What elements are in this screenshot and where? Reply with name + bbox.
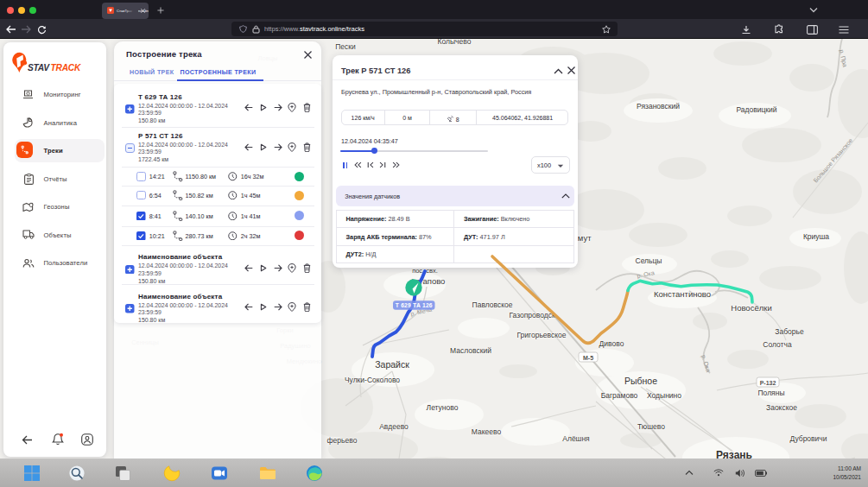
svg-text:Баграмово: Баграмово	[601, 391, 638, 400]
svg-text:TRACK: TRACK	[50, 63, 80, 73]
svg-text:Зарайск: Зарайск	[375, 359, 409, 370]
svg-text:Колычево: Колычево	[438, 39, 472, 46]
svg-text:Заокское: Заокское	[766, 403, 797, 412]
svg-text:Рязановский: Рязановский	[637, 102, 680, 111]
svg-text:Григорьевское: Григорьевское	[516, 331, 566, 339]
svg-text:М-5: М-5	[583, 355, 593, 361]
svg-text:ферьево: ферьево	[327, 436, 358, 445]
svg-text:Авдеево: Авдеево	[379, 422, 409, 431]
svg-text:Рыбное: Рыбное	[624, 376, 657, 386]
svg-text:STAV: STAV	[28, 63, 50, 73]
svg-text:Пески: Пески	[335, 42, 356, 51]
svg-text:Константиново: Константиново	[654, 289, 711, 299]
svg-text:Макеево: Макеево	[472, 427, 502, 436]
svg-text:Чулки-Соколово: Чулки-Соколово	[345, 376, 400, 384]
svg-text:Аргапово: Аргапово	[410, 276, 446, 286]
svg-text:Дубровичи: Дубровичи	[789, 434, 827, 443]
svg-text:Дивово: Дивово	[599, 339, 624, 348]
svg-text:Поляны: Поляны	[757, 389, 784, 397]
svg-text:Радовицкий: Радовицкий	[736, 105, 776, 114]
svg-text:Солотча: Солотча	[763, 340, 792, 349]
svg-text:Ходынино: Ходынино	[647, 391, 681, 400]
svg-text:Криуша: Криуша	[803, 232, 829, 241]
svg-text:Газопроводск: Газопроводск	[509, 311, 555, 319]
svg-text:Р-132: Р-132	[760, 380, 776, 386]
svg-text:Рязань: Рязань	[716, 449, 752, 459]
svg-text:Павловское: Павловское	[472, 300, 513, 309]
svg-text:Масловский: Масловский	[450, 346, 491, 355]
svg-text:Заборье: Заборье	[775, 327, 804, 336]
svg-text:Тюшево: Тюшево	[637, 422, 665, 431]
svg-text:Алёшня: Алёшня	[562, 434, 590, 443]
svg-text:пос. свх.: пос. свх.	[412, 267, 438, 275]
svg-text:Новосёлки: Новосёлки	[731, 303, 771, 313]
svg-text:Сельцы: Сельцы	[636, 256, 662, 265]
svg-text:Летуново: Летуново	[427, 403, 459, 412]
